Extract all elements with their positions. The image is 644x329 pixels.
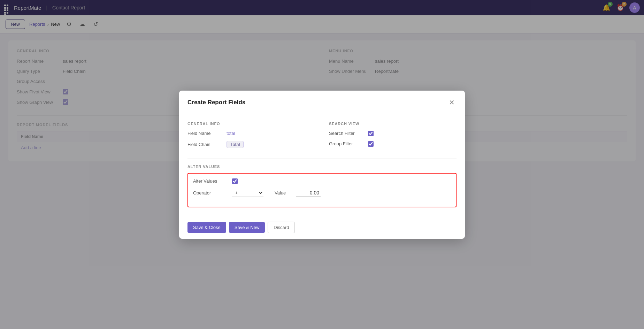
operator-select[interactable]: + - * / (232, 189, 263, 197)
alter-values-checkbox[interactable] (232, 178, 238, 184)
operator-label: Operator (193, 190, 228, 196)
search-filter-row: Search Filter (329, 131, 457, 136)
save-close-button[interactable]: Save & Close (187, 222, 226, 233)
modal-general-info: GENERAL INFO Field Name total Field Chai… (187, 122, 315, 153)
field-chain-row: Field Chain Total (187, 141, 315, 148)
alter-values-label: Alter Values (193, 178, 228, 184)
modal-divider (187, 159, 457, 159)
operator-value-row: Operator + - * / Value (193, 189, 451, 197)
modal-search-view: SEARCH VIEW Search Filter Group Filter (329, 122, 457, 153)
search-filter-label: Search Filter (329, 131, 364, 136)
value-input[interactable] (296, 189, 321, 197)
group-filter-checkbox[interactable] (368, 141, 374, 147)
alter-values-title: ALTER VALUES (187, 164, 457, 169)
alter-values-row: Alter Values (193, 178, 451, 184)
field-chain-tag: Total (227, 141, 244, 148)
modal: Create Report Fields ✕ GENERAL INFO Fiel… (179, 91, 465, 239)
modal-body: GENERAL INFO Field Name total Field Chai… (179, 113, 465, 216)
field-chain-label: Field Chain (187, 142, 222, 147)
modal-footer: Save & Close Save & New Discard (179, 216, 465, 239)
modal-overlay: Create Report Fields ✕ GENERAL INFO Fiel… (0, 0, 644, 329)
group-filter-label: Group Filter (329, 141, 364, 146)
field-name-label: Field Name (187, 131, 222, 136)
modal-title: Create Report Fields (187, 99, 245, 106)
field-name-row: Field Name total (187, 131, 315, 136)
main-content: GENERAL INFO Report Name sales report Qu… (0, 33, 644, 329)
value-label: Value (275, 190, 292, 196)
modal-header: Create Report Fields ✕ (179, 91, 465, 113)
modal-close-button[interactable]: ✕ (447, 98, 457, 107)
field-name-value: total (227, 131, 235, 136)
modal-grid: GENERAL INFO Field Name total Field Chai… (187, 122, 457, 153)
search-filter-checkbox[interactable] (368, 131, 374, 136)
save-new-button[interactable]: Save & New (229, 222, 265, 233)
discard-button[interactable]: Discard (268, 222, 295, 233)
modal-general-info-title: GENERAL INFO (187, 122, 315, 126)
search-view-title: SEARCH VIEW (329, 122, 457, 126)
alter-values-section: Alter Values Operator + - * / Value (187, 173, 457, 207)
group-filter-row: Group Filter (329, 141, 457, 147)
